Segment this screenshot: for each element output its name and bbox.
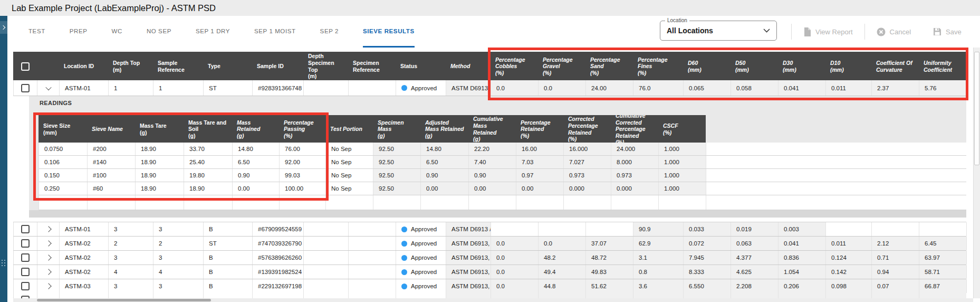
depth-top-cell[interactable]: 4	[109, 265, 153, 279]
specimen-reference-cell[interactable]	[349, 222, 396, 236]
reading-cell-sieve-name[interactable]: #200	[88, 143, 136, 155]
reading-cell-mass-retained[interactable]: 14.80	[233, 143, 280, 155]
location-id-cell[interactable]: ASTM-01	[60, 222, 109, 236]
sample-id-cell[interactable]: #928391366748	[253, 80, 304, 96]
tab-wc[interactable]: WC	[112, 16, 122, 48]
reading-cell-test-portion[interactable]: No Sep	[326, 143, 373, 155]
specimen-reference-cell[interactable]	[349, 80, 396, 96]
row-checkbox[interactable]	[21, 282, 30, 290]
type-cell[interactable]: B	[204, 222, 253, 236]
tab-no-sep[interactable]: NO SEP	[147, 16, 171, 48]
expand-row-button[interactable]	[45, 269, 51, 275]
expand-panel-button[interactable]	[0, 21, 7, 34]
specimen-reference-cell[interactable]	[349, 237, 396, 250]
row-checkbox[interactable]	[21, 225, 30, 233]
reading-cell-mass-retained[interactable]: 6.50	[233, 156, 280, 168]
depth-specimen-top-cell[interactable]	[304, 80, 349, 96]
sample-id-cell[interactable]: #139391982524	[253, 265, 304, 279]
expand-row-button[interactable]	[45, 226, 51, 232]
specimen-reference-cell[interactable]	[349, 265, 396, 279]
reading-cell-percentage-passing[interactable]: 99.03	[280, 169, 326, 182]
reading-cell-mass-tare[interactable]: 18.90	[136, 169, 184, 182]
vertical-scrollbar-thumb[interactable]	[974, 52, 979, 165]
depth-specimen-top-cell[interactable]	[304, 237, 349, 250]
location-select[interactable]: Location All Locations	[660, 21, 777, 41]
sample-reference-cell[interactable]: 3	[153, 251, 204, 265]
metric-cell[interactable]	[586, 222, 633, 236]
depth-top-cell[interactable]: 2	[109, 237, 153, 250]
readings-new-cell[interactable]	[39, 195, 88, 210]
sample-reference-cell[interactable]: 1	[153, 80, 204, 96]
readings-new-cell[interactable]	[233, 195, 280, 210]
location-id-cell[interactable]: ASTM-02	[60, 265, 109, 279]
select-all-checkbox[interactable]	[21, 62, 30, 71]
readings-new-cell[interactable]	[184, 195, 233, 210]
metric-cell[interactable]	[826, 222, 872, 236]
reading-cell-mass-tare[interactable]: 18.90	[136, 156, 184, 168]
reading-cell-test-portion[interactable]: No Sep	[326, 182, 373, 195]
expand-row-button[interactable]	[45, 254, 51, 260]
reading-cell-mass-tare[interactable]: 18.90	[136, 182, 184, 195]
tab-sep-1-dry[interactable]: SEP 1 DRY	[196, 16, 230, 48]
horizontal-scrollbar-thumb[interactable]	[37, 299, 211, 301]
depth-top-cell[interactable]: 1	[109, 80, 153, 96]
reading-cell-sieve-name[interactable]: #100	[88, 169, 136, 182]
depth-top-cell[interactable]: 3	[109, 251, 153, 265]
type-cell[interactable]: ST	[204, 237, 253, 250]
readings-new-cell[interactable]	[421, 195, 469, 210]
metric-cell[interactable]	[919, 222, 967, 236]
depth-specimen-top-cell[interactable]	[304, 265, 349, 279]
reading-cell-percentage-passing[interactable]: 76.00	[280, 143, 326, 155]
sample-reference-cell[interactable]: 2	[153, 237, 204, 250]
reading-cell-sieve-name[interactable]: #60	[88, 182, 136, 195]
readings-new-cell[interactable]	[326, 195, 373, 210]
sample-id-cell[interactable]: #576389626260	[253, 251, 304, 265]
readings-new-cell[interactable]	[564, 195, 611, 210]
reading-cell-percentage-passing[interactable]: 100.00	[280, 182, 326, 195]
readings-new-cell[interactable]	[469, 195, 516, 210]
specimen-reference-cell[interactable]	[349, 251, 396, 265]
type-cell[interactable]: ST	[204, 80, 253, 96]
tab-test[interactable]: TEST	[28, 16, 45, 48]
readings-new-cell[interactable]	[280, 195, 326, 210]
row-checkbox[interactable]	[21, 239, 30, 248]
reading-cell-sieve-size[interactable]: 0.0750	[39, 143, 88, 155]
reading-cell-test-portion[interactable]: No Sep	[326, 169, 373, 182]
save-button[interactable]: Save	[929, 27, 966, 36]
depth-specimen-top-cell[interactable]	[304, 251, 349, 265]
sample-id-cell[interactable]: #679099524559	[253, 222, 304, 236]
readings-new-cell[interactable]	[611, 195, 659, 210]
expand-row-button[interactable]	[45, 240, 51, 246]
sample-reference-cell[interactable]: 3	[153, 222, 204, 236]
location-id-cell[interactable]: ASTM-02	[60, 237, 109, 250]
specimen-reference-cell[interactable]	[349, 279, 396, 293]
type-cell[interactable]: B	[204, 279, 253, 293]
row-checkbox[interactable]	[21, 253, 30, 262]
reading-cell-mass-tare-and-soil[interactable]: 25.40	[184, 156, 233, 168]
location-id-cell[interactable]: ASTM-03	[60, 279, 109, 293]
depth-specimen-top-cell[interactable]	[304, 222, 349, 236]
view-report-button[interactable]: View Report	[799, 27, 857, 36]
depth-top-cell[interactable]: 3	[109, 222, 153, 236]
reading-cell-sieve-name[interactable]: #140	[88, 156, 136, 168]
sample-id-cell[interactable]: #229132697198	[253, 279, 304, 293]
type-cell[interactable]: B	[204, 265, 253, 279]
location-id-cell[interactable]: ASTM-01	[60, 80, 109, 96]
tab-prep[interactable]: PREP	[70, 16, 88, 48]
collapse-row-button[interactable]	[45, 84, 51, 90]
reading-cell-mass-tare-and-soil[interactable]: 19.80	[184, 169, 233, 182]
reading-cell-mass-tare[interactable]: 18.90	[136, 143, 184, 155]
tab-sep-2[interactable]: SEP 2	[320, 16, 339, 48]
location-id-cell[interactable]: ASTM-02	[60, 251, 109, 265]
metric-cell[interactable]	[872, 222, 919, 236]
reading-cell-mass-tare-and-soil[interactable]: 33.70	[184, 143, 233, 155]
cancel-button[interactable]: Cancel	[872, 27, 915, 36]
reading-cell-sieve-size[interactable]: 0.250	[39, 182, 88, 195]
sample-id-cell[interactable]: #747039326790	[253, 237, 304, 250]
reading-cell-sieve-size[interactable]: 0.150	[39, 169, 88, 182]
metric-cell[interactable]	[491, 222, 539, 236]
readings-new-cell[interactable]	[136, 195, 184, 210]
depth-top-cell[interactable]: 3	[109, 279, 153, 293]
sample-reference-cell[interactable]: 4	[153, 265, 204, 279]
expand-row-button[interactable]	[45, 283, 51, 289]
